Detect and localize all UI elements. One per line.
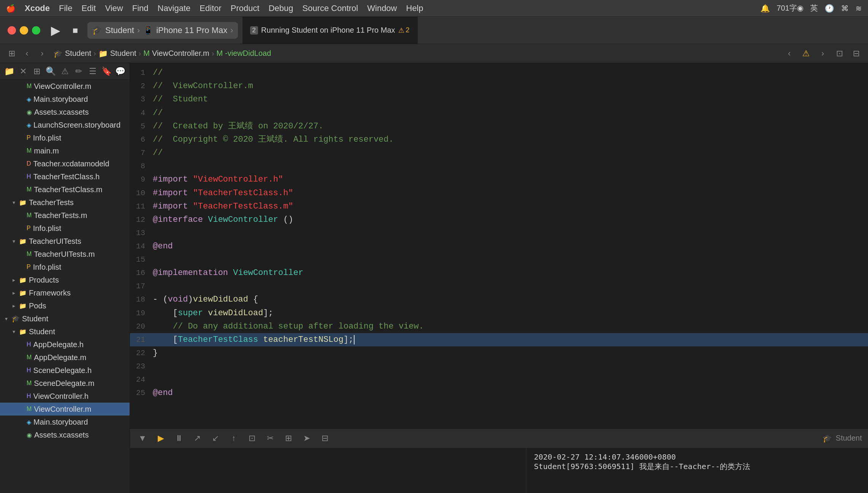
sidebar-group-btn[interactable]: ⊞ (32, 65, 43, 78)
memory-graph-btn[interactable]: ⊞ (282, 432, 295, 445)
file-plist-icon: P (27, 264, 31, 270)
tree-item-xcdatamodel[interactable]: D Teacher.xcdatamodeld (0, 157, 130, 170)
tree-item-info-plist-2[interactable]: P Info.plist (0, 222, 130, 235)
tree-item-main-storyboard-2[interactable]: ◈ Main.storyboard (0, 416, 130, 428)
tree-item-teachertests-group[interactable]: ▾ 📁 TeacherTests (0, 196, 130, 209)
line-content: #import "ViewController.h" (153, 173, 868, 186)
file-h-icon: H (27, 367, 31, 374)
tree-item-teacheruitests-group[interactable]: ▾ 📁 TeacherUITests (0, 235, 130, 248)
file-plist-icon: P (27, 134, 31, 141)
menu-debug[interactable]: Debug (269, 3, 293, 13)
nav-forward-button[interactable]: › (36, 47, 49, 60)
stop-button[interactable]: ■ (68, 23, 83, 38)
step-over-btn[interactable]: ↗ (191, 432, 204, 445)
tree-label: Info.plist (33, 224, 127, 233)
maximize-button[interactable] (32, 26, 40, 35)
sidebar-pen-btn[interactable]: ✏ (73, 65, 84, 78)
tree-item-main-storyboard[interactable]: ◈ Main.storyboard (0, 93, 130, 106)
breadcrumb-method[interactable]: -viewDidLoad (225, 49, 271, 58)
sidebar-menu-btn[interactable]: ☰ (87, 65, 98, 78)
line-content: // (153, 106, 868, 120)
tree-item-main-m[interactable]: M main.m (0, 144, 130, 157)
notifications-icon: 🔔 (760, 4, 770, 13)
tree-item-scenedelegate-h[interactable]: H SceneDelegate.h (0, 364, 130, 377)
environment-overrides-btn[interactable]: ⊟ (318, 432, 331, 445)
tree-item-pods[interactable]: ▸ 📁 Pods (0, 299, 130, 312)
nav-next-button[interactable]: › (816, 47, 829, 60)
menu-file[interactable]: File (59, 3, 72, 13)
split-editor-button[interactable]: ⊡ (833, 47, 846, 60)
sidebar-search-btn[interactable]: 🔍 (46, 65, 57, 78)
tree-label: TeacherUITests.m (34, 250, 127, 259)
tree-item-student-group[interactable]: ▾ 📁 Student (0, 325, 130, 338)
tree-label: Info.plist (33, 263, 127, 272)
tree-item-teacheruitests-m[interactable]: M TeacherUITests.m (0, 248, 130, 261)
sidebar-folder-btn[interactable]: 📁 (4, 65, 15, 78)
breadcrumb-project[interactable]: Student (65, 49, 91, 58)
tree-item-info-plist-1[interactable]: P Info.plist (0, 131, 130, 144)
run-button[interactable]: ▶ (48, 23, 63, 38)
menu-editor[interactable]: Editor (200, 3, 221, 13)
tree-item-appdelegate-h[interactable]: H AppDelegate.h (0, 338, 130, 351)
step-into-btn[interactable]: ↙ (209, 432, 222, 445)
tree-item-student-root[interactable]: ▾ 🎓 Student (0, 312, 130, 325)
tree-item-teachertestclass-m[interactable]: M TeacherTestClass.m (0, 183, 130, 196)
scheme-selector[interactable]: 🎓 Student › 📱 iPhone 11 Pro Max › (87, 22, 238, 39)
tree-item-teachertests-m[interactable]: M TeacherTests.m (0, 209, 130, 222)
step-out-btn[interactable]: ↑ (227, 432, 240, 445)
menu-product[interactable]: Product (231, 3, 260, 13)
tree-item-viewcontroller-m-selected[interactable]: M ViewController.m (0, 403, 130, 416)
tree-item-info-plist-3[interactable]: P Info.plist (0, 261, 130, 273)
inspector-button[interactable]: ⊟ (850, 47, 863, 60)
nav-back-button[interactable]: ‹ (21, 47, 33, 60)
breadcrumb-file[interactable]: ViewController.m (152, 49, 209, 58)
code-line-12: 12 @interface ViewController () (130, 213, 868, 226)
menu-view[interactable]: View (105, 3, 123, 13)
tree-item-scenedelegate-m[interactable]: M SceneDelegate.m (0, 377, 130, 390)
tree-item-frameworks[interactable]: ▸ 📁 Frameworks (0, 286, 130, 299)
tree-item-viewcontroller-m-top[interactable]: M ViewController.m (0, 80, 130, 93)
close-button[interactable] (8, 26, 16, 35)
line-number: 22 (130, 346, 153, 359)
sidebar-chat-btn[interactable]: 💬 (115, 65, 126, 78)
tree-item-products[interactable]: ▸ 📁 Products (0, 273, 130, 286)
code-line-25: 25 @end (130, 386, 868, 400)
line-content: #import "TeacherTestClass.h" (153, 186, 868, 200)
line-content: // Student (153, 93, 868, 106)
breakpoint-btn[interactable]: ▼ (136, 432, 149, 445)
menu-find[interactable]: Find (132, 3, 149, 13)
menu-window[interactable]: Window (367, 3, 397, 13)
simulate-location-btn[interactable]: ✂ (264, 432, 277, 445)
runtime-issues-btn[interactable]: ➤ (300, 432, 313, 445)
tree-item-launchscreen[interactable]: ◈ LaunchScreen.storyboard (0, 119, 130, 131)
tree-item-appdelegate-m[interactable]: M AppDelegate.m (0, 351, 130, 364)
tree-item-teachertestclass-h[interactable]: H TeacherTestClass.h (0, 170, 130, 183)
continue-btn[interactable]: ▶ (154, 432, 167, 445)
time-icon: 🕐 (825, 4, 834, 13)
tab-running[interactable]: 2 Running Student on iPhone 11 Pro Max ⚠… (242, 17, 418, 44)
tree-item-viewcontroller-h[interactable]: H ViewController.h (0, 390, 130, 403)
minimize-button[interactable] (20, 26, 28, 35)
pause-btn[interactable]: ⏸ (173, 432, 185, 445)
sidebar-close-btn[interactable]: ✕ (18, 65, 29, 78)
menu-xcode[interactable]: Xcode (25, 3, 50, 13)
disclosure-icon: ▾ (11, 199, 17, 205)
nav-warning-button[interactable]: ⚠ (800, 47, 813, 60)
grid-view-button[interactable]: ⊞ (5, 47, 18, 60)
nav-prev-button[interactable]: ‹ (783, 47, 796, 60)
line-number: 24 (130, 373, 153, 386)
line-number: 15 (130, 253, 153, 266)
tree-item-assets-2[interactable]: ◉ Assets.xcassets (0, 428, 130, 441)
menubar: 🍎 Xcode File Edit View Find Navigate Edi… (0, 0, 868, 17)
breadcrumb-group[interactable]: Student (110, 49, 136, 58)
sidebar-tag-btn[interactable]: 🔖 (101, 65, 112, 78)
view-debugger-btn[interactable]: ⊡ (246, 432, 258, 445)
tree-item-assets[interactable]: ◉ Assets.xcassets (0, 106, 130, 119)
file-storyboard-icon: ◈ (27, 419, 31, 426)
menu-source-control[interactable]: Source Control (303, 3, 358, 13)
menu-help[interactable]: Help (406, 3, 423, 13)
code-editor[interactable]: 1 // 2 // ViewController.m 3 // Student … (130, 63, 868, 428)
menu-edit[interactable]: Edit (81, 3, 96, 13)
menu-navigate[interactable]: Navigate (158, 3, 191, 13)
sidebar-warning-btn[interactable]: ⚠ (59, 65, 70, 78)
